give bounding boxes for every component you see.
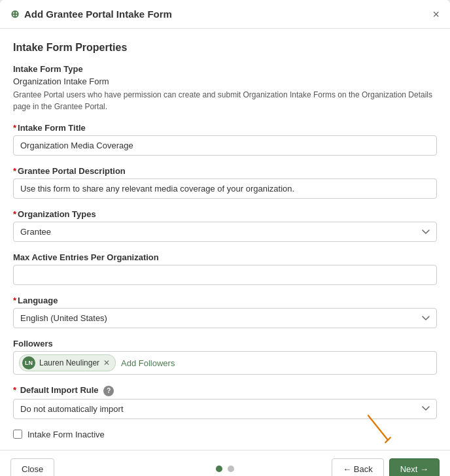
required-star: *	[13, 385, 16, 395]
footer-right-buttons: ← Back Next →	[332, 458, 440, 477]
plus-icon: ⊕	[10, 8, 19, 20]
max-active-entries-input[interactable]	[13, 265, 437, 285]
intake-form-title-group: *Intake Form Title	[13, 123, 437, 156]
default-import-rule-select[interactable]: Do not automatically import Automaticall…	[13, 399, 437, 419]
follower-tag: LN Lauren Neulinger ✕	[19, 354, 116, 371]
intake-form-title-input[interactable]	[13, 135, 437, 156]
intake-form-type-group: Intake Form Type Organization Intake For…	[13, 64, 437, 112]
remove-follower-icon[interactable]: ✕	[103, 359, 110, 367]
default-import-rule-label: * Default Import Rule ?	[13, 385, 437, 396]
organization-types-select[interactable]: Grantee Applicant All	[13, 222, 437, 242]
required-star: *	[13, 123, 16, 133]
intake-form-type-label: Intake Form Type	[13, 64, 437, 74]
required-star: *	[13, 209, 16, 219]
organization-types-label: *Organization Types	[13, 209, 437, 219]
modal-container: ⊕ Add Grantee Portal Intake Form × Intak…	[0, 0, 450, 476]
close-button[interactable]: Close	[10, 458, 54, 477]
max-active-entries-label: Max Active Entries Per Organization	[13, 252, 437, 262]
back-button[interactable]: ← Back	[332, 458, 384, 477]
modal-header: ⊕ Add Grantee Portal Intake Form ×	[0, 0, 450, 29]
followers-label: Followers	[13, 339, 437, 348]
followers-group: Followers LN Lauren Neulinger ✕ Add Foll…	[13, 339, 437, 375]
followers-box[interactable]: LN Lauren Neulinger ✕ Add Followers	[13, 351, 437, 375]
organization-types-group: *Organization Types Grantee Applicant Al…	[13, 209, 437, 242]
pagination-dot-1	[216, 466, 222, 472]
section-title: Intake Form Properties	[13, 42, 437, 54]
close-icon[interactable]: ×	[432, 8, 440, 20]
required-star: *	[13, 166, 16, 176]
pagination-dots	[216, 466, 234, 472]
modal-title: Add Grantee Portal Intake Form	[24, 8, 172, 20]
default-import-rule-group: * Default Import Rule ? Do not automatic…	[13, 385, 437, 419]
grantee-portal-description-label: *Grantee Portal Description	[13, 166, 437, 176]
language-group: *Language English (United States) Spanis…	[13, 296, 437, 328]
modal-title-area: ⊕ Add Grantee Portal Intake Form	[10, 8, 172, 20]
required-star: *	[13, 296, 16, 305]
add-followers-link[interactable]: Add Followers	[121, 358, 175, 368]
language-label: *Language	[13, 296, 437, 305]
intake-form-inactive-group: Intake Form Inactive	[13, 430, 437, 439]
avatar: LN	[22, 356, 35, 369]
pagination-dot-2	[228, 466, 234, 472]
help-icon[interactable]: ?	[103, 386, 114, 396]
follower-name: Lauren Neulinger	[39, 358, 99, 367]
max-active-entries-group: Max Active Entries Per Organization	[13, 252, 437, 285]
intake-form-type-description: Grantee Portal users who have permission…	[13, 89, 437, 112]
language-select[interactable]: English (United States) Spanish French	[13, 308, 437, 328]
modal-footer: Close ← Back Next →	[0, 450, 450, 477]
intake-form-inactive-label: Intake Form Inactive	[27, 430, 105, 439]
grantee-portal-description-group: *Grantee Portal Description	[13, 166, 437, 199]
grantee-portal-description-input[interactable]	[13, 178, 437, 199]
intake-form-title-label: *Intake Form Title	[13, 123, 437, 133]
intake-form-inactive-checkbox[interactable]	[13, 430, 22, 439]
intake-form-type-value: Organization Intake Form	[13, 76, 437, 86]
next-button[interactable]: Next →	[389, 458, 440, 477]
modal-body: Intake Form Properties Intake Form Type …	[0, 29, 450, 450]
